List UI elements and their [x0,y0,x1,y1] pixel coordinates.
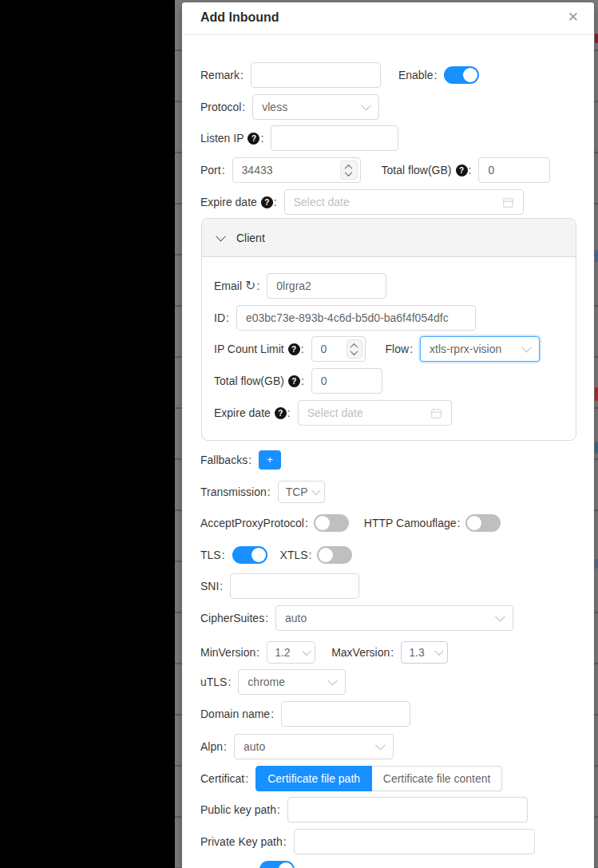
listen-ip-input[interactable] [271,125,398,151]
cipher-suites-select[interactable]: auto [275,605,513,631]
ip-count-limit-label-text: IP Count Limit [214,343,284,355]
collapse-chevron-icon [216,232,226,242]
client-panel-header[interactable]: Client [202,219,576,257]
colon: : [271,707,274,720]
colon: : [457,517,461,529]
port-stepper[interactable] [340,161,358,180]
cipher-suites-label-text: CipherSuites [200,612,264,624]
client-total-flow-label-text: Total flow(GB) [214,375,284,387]
domain-name-input[interactable] [281,701,410,727]
colon: : [305,517,308,529]
refresh-email-icon[interactable]: ↻ [245,280,255,291]
client-panel-title: Client [236,232,265,244]
transmission-row: Transmission: TCP [200,481,583,503]
transmission-select[interactable]: TCP [278,481,325,503]
colon: : [224,740,227,753]
min-version-label-text: MinVersion [200,646,255,659]
min-version-value: 1.2 [275,646,290,659]
colon: : [434,69,438,81]
certificate-file-content-button[interactable]: Certificate file content [372,766,502,791]
remark-row: Remark: Enable: [200,62,583,88]
flow-value: xtls-rprx-vision [430,343,501,355]
expire-date-label: Expire date?: [200,196,277,208]
colon: : [301,343,304,355]
client-total-flow-input[interactable] [311,368,382,394]
http-camouflage-toggle[interactable] [465,514,501,532]
colon: : [287,406,291,419]
colon: : [283,835,287,848]
protocol-value: vless [262,101,287,113]
max-version-value: 1.3 [409,646,424,659]
port-row: Port: Total flow(GB)?: [200,157,583,183]
colon: : [274,196,277,208]
client-expire-date-picker[interactable]: Select date [298,400,452,426]
modal-header: Add Inbound ✕ [182,2,594,35]
remark-label: Remark: [200,69,244,81]
colon: : [260,132,263,145]
ip-count-stepper[interactable] [347,339,362,359]
tls-toggle[interactable] [232,546,267,564]
cipher-suites-label: CipherSuites: [200,612,268,624]
protocol-select[interactable]: vless [252,94,379,120]
transmission-value: TCP [286,486,308,498]
public-key-path-row: Public key path: [200,797,583,822]
protocol-label-text: Protocol [200,101,241,113]
chevron-down-icon [375,740,386,751]
alpn-select[interactable]: auto [234,734,394,759]
cipher-suites-row: CipherSuites: auto [200,605,583,631]
certificat-label-text: Certificat [200,772,244,785]
colon: : [220,580,223,593]
transmission-label: Transmission: [200,486,271,498]
add-fallback-button[interactable]: + [259,450,281,470]
calendar-icon [502,196,514,208]
enable-toggle[interactable] [444,66,479,84]
backdrop-artifact [595,34,598,43]
xtls-toggle[interactable] [317,546,352,564]
sni-input[interactable] [230,573,359,599]
chevron-down-icon [435,647,444,656]
colon: : [277,803,280,816]
max-version-label: MaxVersion: [331,646,394,659]
min-version-select[interactable]: 1.2 [267,641,315,664]
toggle-knob [467,516,481,530]
id-label-text: ID [214,311,225,324]
public-key-path-input[interactable] [287,797,528,822]
toggle-knob [463,68,477,82]
chevron-down-icon [327,676,338,686]
private-key-path-input[interactable] [294,829,535,854]
listen-ip-label: Listen IP?: [200,132,263,145]
expire-date-picker[interactable]: Select date [284,189,524,215]
utls-select[interactable]: chrome [238,669,346,695]
proxy-protocol-row: AcceptProxyProtocol: HTTP Camouflage: [200,514,583,532]
colon: : [469,164,472,176]
alpn-label-text: Alpn [200,740,223,753]
total-flow-input[interactable] [478,157,550,183]
help-icon: ? [456,164,468,176]
help-icon: ? [248,133,259,145]
email-input[interactable] [267,273,386,299]
client-expire-date-label-text: Expire date [214,406,271,419]
colon: : [248,454,251,466]
fallbacks-row: Fallbacks: + [200,450,583,470]
id-input[interactable] [236,305,476,331]
date-placeholder: Select date [307,406,430,419]
public-key-path-label: Public key path: [200,803,280,816]
private-key-path-label: Private Key path: [200,835,287,848]
min-version-label: MinVersion: [200,646,259,659]
max-version-select[interactable]: 1.3 [401,641,448,664]
close-icon[interactable]: ✕ [568,10,579,26]
remark-input[interactable] [251,62,381,88]
bottom-toggle[interactable] [259,861,295,868]
sni-label: SNI: [200,580,223,593]
colon: : [245,772,248,785]
help-icon: ? [288,375,300,387]
xtls-label: XTLS: [280,549,312,561]
toggle-knob [319,548,333,562]
colon: : [242,101,245,113]
certificate-file-path-button[interactable]: Certificate file path [255,766,372,791]
chevron-down-icon [311,486,320,495]
total-flow-label: Total flow(GB)?: [382,164,472,176]
ip-count-number-input [311,336,366,362]
flow-select[interactable]: xtls-rprx-vision [420,336,540,362]
accept-proxy-protocol-toggle[interactable] [314,514,349,532]
